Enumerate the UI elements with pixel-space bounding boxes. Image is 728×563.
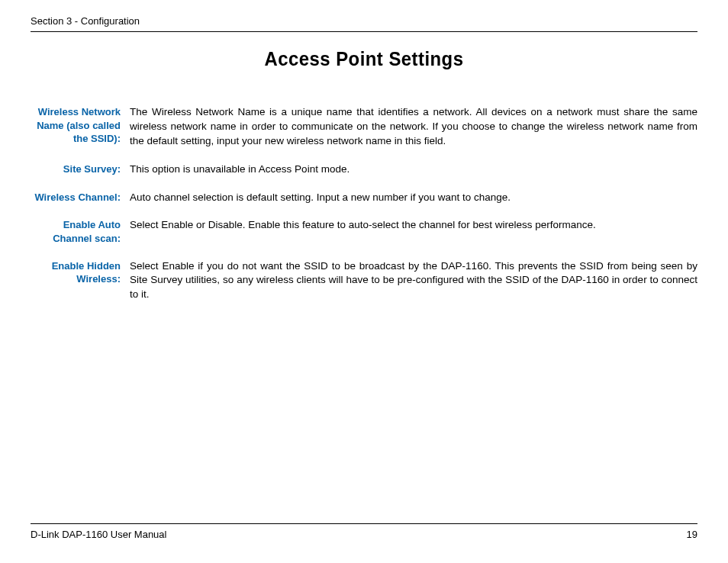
settings-table: Wireless Network Name (also called the S…: [31, 105, 697, 302]
setting-label: Wireless Channel:: [31, 191, 128, 205]
footer: D-Link DAP-1160 User Manual 19: [31, 523, 697, 540]
setting-row: Enable Hidden Wireless: Select Enable if…: [31, 259, 697, 303]
page-title: Access Point Settings: [57, 47, 671, 71]
header-section: Section 3 - Configuration: [31, 15, 697, 32]
setting-row: Site Survey: This option is unavailable …: [31, 162, 697, 177]
setting-row: Wireless Channel: Auto channel selection…: [31, 191, 697, 205]
section-label: Section 3 - Configuration: [31, 15, 140, 27]
footer-page: 19: [687, 529, 697, 540]
setting-description: The Wireless Network Name is a unique na…: [128, 105, 697, 149]
setting-row: Wireless Network Name (also called the S…: [31, 105, 697, 149]
setting-description: Select Enable or Disable. Enable this fe…: [128, 218, 697, 245]
footer-manual: D-Link DAP-1160 User Manual: [31, 529, 166, 540]
setting-description: This option is unavailable in Access Poi…: [128, 162, 697, 177]
setting-label: Wireless Network Name (also called the S…: [31, 105, 128, 149]
setting-row: Enable Auto Channel scan: Select Enable …: [31, 218, 697, 245]
setting-description: Select Enable if you do not want the SSI…: [128, 259, 697, 303]
setting-label: Enable Hidden Wireless:: [31, 259, 128, 303]
setting-label: Enable Auto Channel scan:: [31, 218, 128, 245]
setting-label: Site Survey:: [31, 162, 128, 177]
setting-description: Auto channel selection is default settin…: [128, 191, 697, 205]
